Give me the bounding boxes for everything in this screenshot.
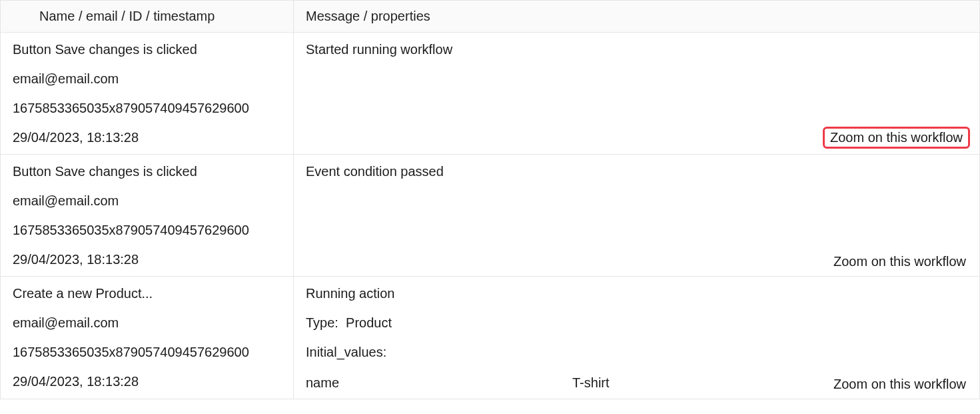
table-header-row: Name / email / ID / timestamp Message / … <box>1 1 979 33</box>
row-right: Started running workflow Zoom on this wo… <box>294 33 979 154</box>
row-id: 1675853365035x879057409457629600 <box>13 221 281 239</box>
row-type: Type: Product <box>306 314 967 331</box>
kv-key: name <box>306 375 572 391</box>
row-message: Event condition passed <box>306 163 967 180</box>
row-message: Started running workflow <box>306 41 967 58</box>
row-email: email@email.com <box>13 192 281 209</box>
row-timestamp: 29/04/2023, 18:13:28 <box>13 251 281 268</box>
row-right: Event condition passed Zoom on this work… <box>294 155 979 276</box>
row-name: Button Save changes is clicked <box>13 41 281 58</box>
type-value: Product <box>346 315 392 330</box>
table-row: Create a new Product... email@email.com … <box>1 277 979 399</box>
header-right-label: Message / properties <box>306 9 967 24</box>
log-table: Name / email / ID / timestamp Message / … <box>0 0 980 399</box>
row-name: Button Save changes is clicked <box>13 163 281 180</box>
row-id: 1675853365035x879057409457629600 <box>13 343 281 361</box>
zoom-workflow-link[interactable]: Zoom on this workflow <box>829 375 970 393</box>
header-left: Name / email / ID / timestamp <box>1 1 294 32</box>
type-label: Type: <box>306 315 338 330</box>
header-left-label: Name / email / ID / timestamp <box>39 9 281 24</box>
row-id: 1675853365035x879057409457629600 <box>13 99 281 117</box>
zoom-workflow-link[interactable]: Zoom on this workflow <box>823 127 970 149</box>
row-initvals-label: Initial_values: <box>306 343 967 361</box>
row-email: email@email.com <box>13 314 281 331</box>
zoom-workflow-link[interactable]: Zoom on this workflow <box>829 253 970 271</box>
row-left: Create a new Product... email@email.com … <box>1 277 294 399</box>
row-timestamp: 29/04/2023, 18:13:28 <box>13 129 281 146</box>
row-email: email@email.com <box>13 70 281 87</box>
table-row: Button Save changes is clicked email@ema… <box>1 155 979 277</box>
table-row: Button Save changes is clicked email@ema… <box>1 33 979 155</box>
row-left: Button Save changes is clicked email@ema… <box>1 33 294 154</box>
row-message: Running action <box>306 285 967 302</box>
row-timestamp: 29/04/2023, 18:13:28 <box>13 373 281 390</box>
row-right: Running action Type: Product Initial_val… <box>294 277 979 399</box>
row-name: Create a new Product... <box>13 285 281 302</box>
row-left: Button Save changes is clicked email@ema… <box>1 155 294 276</box>
header-right: Message / properties <box>294 1 979 32</box>
